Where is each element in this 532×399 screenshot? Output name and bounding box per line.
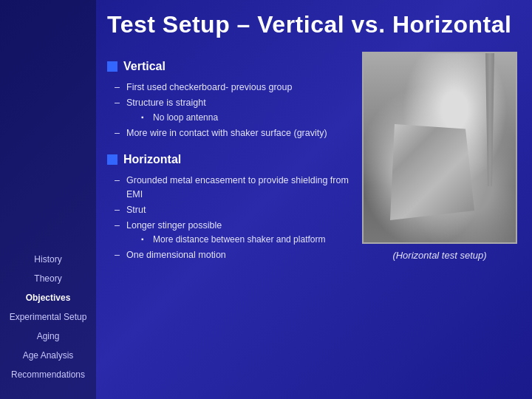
sidebar-item-history[interactable]: History xyxy=(0,250,96,269)
vertical-section-header: Vertical xyxy=(107,58,351,75)
sidebar-item-objectives[interactable]: Objectives xyxy=(0,288,96,307)
main-content: Test Setup – Vertical vs. Horizontal Ver… xyxy=(96,0,532,399)
list-item: More wire in contact with shaker surface… xyxy=(115,126,351,141)
list-item: More distance between shaker and platfor… xyxy=(141,232,351,247)
test-setup-image xyxy=(362,52,517,244)
vertical-label: Vertical xyxy=(123,58,166,75)
image-column: (Horizontal test setup) xyxy=(358,52,521,392)
horizontal-label: Horizontal xyxy=(123,151,181,168)
vertical-bullet-list: First used checkerboard- previous group … xyxy=(107,80,351,140)
slide: History Theory Objectives Experimental S… xyxy=(0,0,532,399)
list-item: Grounded metal encasement to provide shi… xyxy=(115,173,351,202)
text-column: Vertical First used checkerboard- previo… xyxy=(107,52,351,392)
list-item: Structure is straight No loop antenna xyxy=(115,95,351,126)
list-item: Strut xyxy=(115,202,351,218)
horizontal-bullet-icon xyxy=(107,154,117,165)
sidebar-item-age-analysis[interactable]: Age Analysis xyxy=(0,346,96,365)
photo-simulation xyxy=(364,53,516,242)
image-caption: (Horizontal test setup) xyxy=(392,250,486,261)
vertical-bullet-icon xyxy=(107,61,117,72)
sub-bullet-list: No loop antenna xyxy=(126,110,351,125)
horizontal-section-header: Horizontal xyxy=(107,151,351,168)
list-item: First used checkerboard- previous group xyxy=(115,80,351,95)
sidebar-item-theory[interactable]: Theory xyxy=(0,269,96,288)
sidebar: History Theory Objectives Experimental S… xyxy=(0,0,96,399)
content-area: Vertical First used checkerboard- previo… xyxy=(107,52,521,392)
sidebar-item-experimental-setup[interactable]: Experimental Setup xyxy=(0,307,96,327)
list-item: One dimensional motion xyxy=(115,248,351,263)
list-item: Longer stinger possible More distance be… xyxy=(115,218,351,248)
list-item: No loop antenna xyxy=(141,110,351,125)
sidebar-item-aging[interactable]: Aging xyxy=(0,327,96,346)
sub-bullet-list: More distance between shaker and platfor… xyxy=(126,232,351,247)
slide-title: Test Setup – Vertical vs. Horizontal xyxy=(107,11,521,38)
sidebar-item-recommendations[interactable]: Recommendations xyxy=(0,365,96,384)
horizontal-bullet-list: Grounded metal encasement to provide shi… xyxy=(107,173,351,263)
